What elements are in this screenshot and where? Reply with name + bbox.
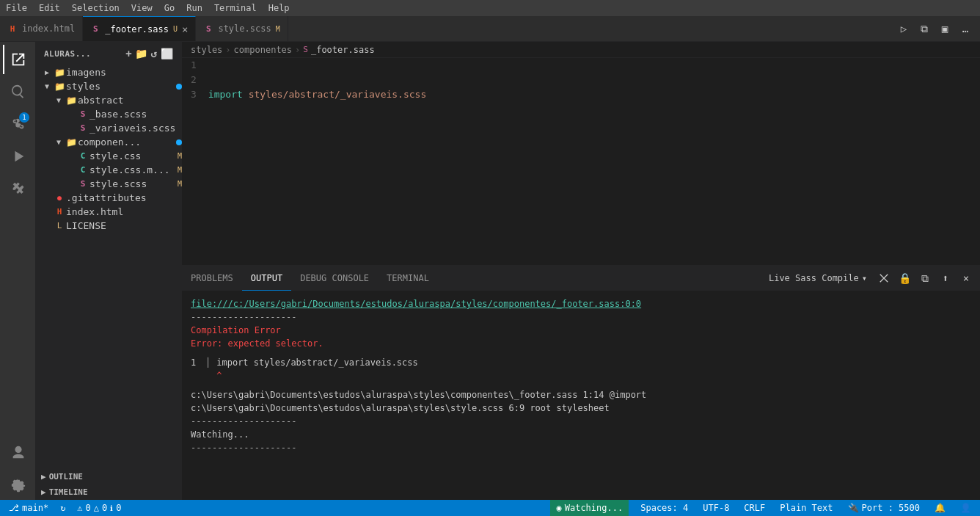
main-area: 1 ALURAS... + 📁 ↺ ⬜ [0,42,980,500]
panel-output[interactable]: file:///c:/Users/gabri/Documents/estudos… [182,291,980,500]
panel-tab-output[interactable]: OUTPUT [242,266,291,291]
clear-output-button[interactable] [876,270,892,286]
sync-icon: ↻ [60,503,65,513]
spaces-label: Spaces: 4 [640,503,688,513]
tab-close-footer[interactable]: × [182,24,188,34]
sidebar-timeline[interactable]: ▶ TIMELINE [35,484,182,500]
refresh-action[interactable]: ↺ [151,48,158,59]
maximize-panel-button[interactable]: ⬆ [937,270,954,286]
status-bell[interactable]: 🔔 [932,500,948,516]
status-spaces[interactable]: Spaces: 4 [637,500,691,516]
status-line-ending[interactable]: CRLF [741,500,768,516]
line-number-2: 2 [191,73,197,87]
menu-run[interactable]: Run [186,3,202,13]
panel-tab-actions: Live Sass Compile ▾ 🔒 ⧉ ⬆ × [758,270,980,286]
status-left: ⎇ main* ↻ ⚠ 0 △ 0 ℹ 0 [6,500,125,516]
activity-account[interactable] [3,438,32,468]
tree-item-abstract[interactable]: ▼ 📁 abstract [35,93,182,107]
activity-settings[interactable] [3,470,32,500]
file-name-index-html: index.html [66,206,182,217]
status-sync[interactable]: ↻ [57,500,68,516]
status-branch[interactable]: ⎇ main* [6,500,51,516]
output-watching: Watching... [191,428,971,441]
status-watching[interactable]: ◉ Watching... [550,500,629,516]
tree-item-license[interactable]: L LICENSE [35,219,182,233]
error-count: 0 [86,503,91,513]
output-source-selector[interactable]: Live Sass Compile ▾ [764,272,871,285]
menu-edit[interactable]: Edit [39,3,60,13]
panel-tabs: PROBLEMS OUTPUT DEBUG CONSOLE TERMINAL L… [182,266,980,291]
file-name-style-scss: style.scss [89,178,175,189]
status-right: ◉ Watching... Spaces: 4 UTF-8 CRLF Plain… [550,500,974,516]
editor[interactable]: 1 2 3 import styles/abstract/_variaveis.… [182,58,980,265]
lock-output-button[interactable]: 🔒 [896,270,913,286]
panel-tab-debug-console[interactable]: DEBUG CONSOLE [291,266,378,291]
sidebar-title[interactable]: ALURAS... + 📁 ↺ ⬜ [35,42,182,65]
tree-item-gitattributes[interactable]: ● .gitattributes [35,191,182,205]
tab-style-scss[interactable]: S style.scss M [196,16,288,41]
tab-label-index: index.html [22,23,75,34]
activity-search[interactable] [3,77,32,106]
status-encoding[interactable]: UTF-8 [700,500,732,516]
output-source-label: Live Sass Compile [769,273,859,283]
menu-help[interactable]: Help [268,3,290,13]
tree-item-base-scss[interactable]: S _base.scss [35,107,182,121]
tree-item-componentes[interactable]: ▼ 📁 componen... [35,135,182,149]
activity-run-debug[interactable] [3,142,32,171]
output-link-text[interactable]: file:///c:/Users/gabri/Documents/estudos… [191,299,641,309]
collapse-action[interactable]: ⬜ [161,48,174,59]
sidebar-outline[interactable]: ▶ OUTLINE [35,469,182,484]
file-name-license: LICENSE [66,220,182,231]
tree-item-index-html[interactable]: H index.html [35,205,182,219]
timeline-arrow: ▶ [41,487,46,497]
panel-tab-terminal[interactable]: TERMINAL [378,266,438,291]
outline-label: OUTLINE [49,472,83,482]
menu-file[interactable]: File [6,3,27,13]
tree-item-styles[interactable]: ▼ 📁 styles [35,79,182,93]
activity-extensions[interactable] [3,174,32,203]
more-actions-button[interactable]: … [957,20,974,37]
arrow-componentes: ▼ [53,138,65,146]
output-dashes2: -------------------- [191,415,971,428]
run-button[interactable]: ▷ [895,20,913,37]
source-control-badge: 1 [19,112,29,123]
split-editor-button[interactable]: ⧉ [915,20,933,37]
tree-item-style-css[interactable]: C style.css M [35,149,182,163]
status-port[interactable]: 🔌 Port : 5500 [845,500,923,516]
code-line-1: import styles/abstract/_variaveis.scss [208,87,980,102]
sidebar-title-actions: + 📁 ↺ ⬜ [125,48,173,59]
tree-item-imagens[interactable]: ▶ 📁 imagens [35,65,182,79]
file-name-componentes: componen... [78,137,173,148]
tab-icon-style: S [203,23,213,34]
breadcrumb-componentes[interactable]: componentes [234,45,292,55]
new-folder-action[interactable]: 📁 [135,48,148,59]
activity-source-control[interactable]: 1 [3,109,32,139]
new-file-action[interactable]: + [125,48,132,59]
file-name-gitattributes: .gitattributes [66,192,182,203]
tab-index-html[interactable]: H index.html [0,16,83,41]
componentes-dot-badge [176,139,182,145]
menu-view[interactable]: View [131,3,153,13]
panel-tab-problems[interactable]: PROBLEMS [182,266,242,291]
activity-explorer[interactable] [3,45,32,74]
status-errors[interactable]: ⚠ 0 △ 0 ℹ 0 [74,500,124,516]
tree-item-style-css-map[interactable]: C style.css.m... M [35,163,182,177]
status-account[interactable]: 👤 [957,500,974,516]
tab-icon-index: H [7,23,18,34]
close-panel-button[interactable]: × [958,270,974,286]
layout-button[interactable]: ▣ [936,20,954,37]
copy-output-button[interactable]: ⧉ [917,270,933,286]
menu-terminal[interactable]: Terminal [214,3,257,13]
breadcrumb-styles[interactable]: styles [191,45,222,55]
arrow-imagens: ▶ [41,68,53,76]
encoding-label: UTF-8 [703,503,729,513]
tab-footer-sass[interactable]: S _footer.sass U × [83,16,196,41]
tree-item-variaveis-scss[interactable]: S _variaveis.scss [35,121,182,135]
status-language[interactable]: Plain Text [777,500,835,516]
tree-item-style-scss[interactable]: S style.scss M [35,177,182,191]
menu-go[interactable]: Go [164,3,175,13]
output-file-link[interactable]: file:///c:/Users/gabri/Documents/estudos… [191,297,971,310]
menu-selection[interactable]: Selection [72,3,120,13]
code-content[interactable]: import styles/abstract/_variaveis.scss [205,58,980,265]
sidebar-bottom-sections: ▶ OUTLINE ▶ TIMELINE [35,469,182,500]
